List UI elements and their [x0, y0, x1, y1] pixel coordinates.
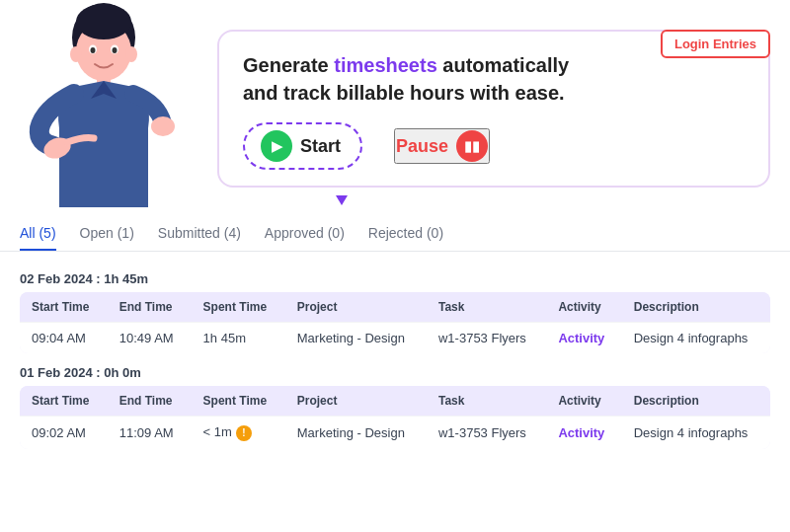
spent-time-value: < 1m: [203, 424, 232, 439]
col-header-activity: Activity: [546, 386, 621, 417]
spent-time-cell: 1h 45m: [192, 323, 285, 354]
activity-cell[interactable]: Activity: [546, 323, 621, 354]
col-header-task: Task: [427, 292, 546, 323]
col-header-start-time: Start Time: [20, 386, 108, 417]
tab-1[interactable]: Open (1): [80, 217, 134, 251]
arrow-decoration: [336, 195, 348, 205]
col-header-spent-time: Spent Time: [192, 386, 285, 417]
svg-point-2: [76, 4, 131, 39]
start-time-cell: 09:04 AM: [20, 323, 108, 354]
pause-button[interactable]: Pause ▮▮: [394, 128, 490, 164]
activity-link[interactable]: Activity: [558, 425, 604, 440]
svg-point-4: [125, 46, 137, 62]
task-cell: w1-3753 Flyers: [427, 417, 546, 449]
activity-cell[interactable]: Activity: [546, 417, 621, 449]
title-line2: and track billable hours with ease.: [243, 82, 565, 104]
svg-point-3: [70, 46, 82, 62]
end-time-cell: 10:49 AM: [108, 323, 192, 354]
svg-point-11: [151, 116, 175, 136]
tab-3[interactable]: Approved (0): [265, 217, 345, 251]
spent-time-cell: < 1m!Spent time does not match the calcu…: [192, 417, 285, 449]
start-label: Start: [300, 136, 341, 157]
table-row-0-0: 09:04 AM10:49 AM1h 45mMarketing - Design…: [20, 323, 770, 354]
task-cell: w1-3753 Flyers: [427, 323, 546, 354]
start-button[interactable]: ▶ Start: [243, 122, 362, 170]
info-card-title: Generate timesheets automatically and tr…: [243, 51, 745, 107]
project-cell: Marketing - Design: [285, 417, 427, 449]
svg-point-8: [113, 47, 118, 53]
col-header-end-time: End Time: [108, 292, 192, 323]
tab-2[interactable]: Submitted (4): [158, 217, 241, 251]
tab-0[interactable]: All (5): [20, 217, 56, 251]
svg-point-7: [91, 47, 96, 53]
content-area: 02 Feb 2024 : 1h 45mStart TimeEnd TimeSp…: [0, 252, 790, 473]
start-time-cell: 09:02 AM: [20, 417, 108, 449]
title-text-part1: Generate: [243, 54, 334, 76]
col-header-start-time: Start Time: [20, 292, 108, 323]
date-header-0: 02 Feb 2024 : 1h 45m: [20, 271, 770, 286]
col-header-description: Description: [622, 386, 770, 417]
tab-4[interactable]: Rejected (0): [368, 217, 443, 251]
warning-icon[interactable]: !: [236, 425, 252, 441]
col-header-activity: Activity: [546, 292, 621, 323]
description-cell: Design 4 infographs: [622, 417, 770, 449]
action-buttons: ▶ Start Pause ▮▮: [243, 122, 745, 170]
login-entries-button[interactable]: Login Entries: [661, 30, 770, 58]
col-header-spent-time: Spent Time: [192, 292, 285, 323]
timesheet-table-1: Start TimeEnd TimeSpent TimeProjectTaskA…: [20, 386, 770, 449]
start-icon: ▶: [261, 130, 292, 162]
col-header-project: Project: [285, 292, 427, 323]
activity-link[interactable]: Activity: [558, 331, 604, 345]
col-header-project: Project: [285, 386, 427, 417]
title-highlight: timesheets: [334, 54, 437, 76]
project-cell: Marketing - Design: [285, 323, 427, 354]
pause-label: Pause: [396, 136, 448, 157]
col-header-description: Description: [622, 292, 770, 323]
title-text-part2: automatically: [437, 54, 569, 76]
tooltip-container: !Spent time does not match the calculate…: [232, 424, 252, 441]
col-header-task: Task: [427, 386, 546, 417]
date-header-1: 01 Feb 2024 : 0h 0m: [20, 365, 770, 380]
col-header-end-time: End Time: [108, 386, 192, 417]
pause-icon: ▮▮: [456, 130, 488, 162]
character-illustration: [20, 0, 217, 207]
description-cell: Design 4 infographs: [622, 323, 770, 354]
tabs-section: All (5)Open (1)Submitted (4)Approved (0)…: [0, 217, 790, 252]
end-time-cell: 11:09 AM: [108, 417, 192, 449]
table-row-1-0: 09:02 AM11:09 AM< 1m!Spent time does not…: [20, 417, 770, 449]
timesheet-table-0: Start TimeEnd TimeSpent TimeProjectTaskA…: [20, 292, 770, 353]
